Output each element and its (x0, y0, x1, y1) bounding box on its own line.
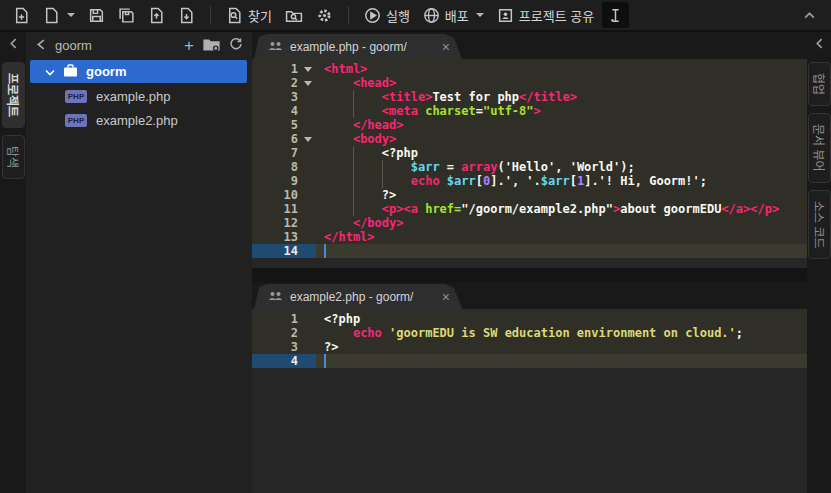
code-line[interactable]: 8 $arr = array('Hello', 'World'); (252, 160, 807, 174)
editor1-empty-area[interactable] (252, 258, 807, 268)
code-line[interactable]: 13</html> (252, 230, 807, 244)
file-download-button[interactable] (173, 2, 200, 28)
right-tab-collaboration[interactable]: 협업 (808, 62, 831, 106)
code-line[interactable]: 5 </head> (252, 118, 807, 132)
sidebar-tab-explore[interactable]: 탐색 (2, 135, 25, 179)
text-cursor (324, 354, 326, 368)
toolbar-separator (210, 6, 211, 24)
close-icon[interactable]: × (442, 291, 450, 303)
editor2-empty-area[interactable] (252, 368, 807, 493)
editor1-code: 1<html>2 <head>3 <title>Test for php</ti… (252, 59, 807, 258)
indent-guide (353, 160, 354, 174)
line-number[interactable]: 1 (252, 62, 316, 76)
code-line[interactable]: 2 echo 'goormEDU is SW education environ… (252, 326, 807, 340)
file-upload-button[interactable] (143, 2, 170, 28)
line-number[interactable]: 2 (252, 76, 316, 90)
editor-split-divider[interactable] (252, 268, 807, 282)
code-line[interactable]: 3?> (252, 340, 807, 354)
gear-icon (316, 7, 333, 24)
code-line[interactable]: 3 <title>Test for php</title> (252, 90, 807, 104)
settings-button[interactable] (311, 2, 338, 28)
line-number[interactable]: 3 (252, 90, 316, 104)
line-number[interactable]: 11 (252, 202, 316, 216)
line-number[interactable]: 2 (252, 326, 316, 340)
code-line[interactable]: 12 </body> (252, 216, 807, 230)
editor-pane-2: example2.php - goorm/ × 1<?php2 echo 'go… (252, 282, 807, 493)
refresh-icon[interactable] (229, 37, 243, 55)
line-number[interactable]: 6 (252, 132, 316, 146)
text-cursor-button[interactable] (602, 2, 629, 28)
code-line[interactable]: 1<html> (252, 62, 807, 76)
save-all-button[interactable] (113, 2, 140, 28)
folder-search-icon (285, 7, 303, 24)
line-number[interactable]: 4 (252, 354, 316, 368)
editor-area: example.php - goorm/ × 1<html>2 <head>3 … (252, 32, 807, 493)
search-in-files-button[interactable] (280, 2, 308, 28)
code-line[interactable]: 11 <p><a href="/goorm/example2.php">abou… (252, 202, 807, 216)
tree-item-label: example.php (96, 89, 170, 104)
line-number[interactable]: 4 (252, 104, 316, 118)
line-number[interactable]: 10 (252, 188, 316, 202)
editor2-tab[interactable]: example2.php - goorm/ × (254, 284, 462, 309)
code-line[interactable]: 4 (252, 354, 807, 368)
indent-guide (353, 188, 354, 202)
editor-pane-1: example.php - goorm/ × 1<html>2 <head>3 … (252, 32, 807, 268)
line-number[interactable]: 13 (252, 230, 316, 244)
right-tab-doc-viewer[interactable]: 문서 뷰어 (808, 113, 831, 183)
fold-arrow-icon[interactable] (304, 81, 312, 86)
run-icon (364, 7, 381, 24)
line-number[interactable]: 8 (252, 160, 316, 174)
indent-guide (353, 104, 354, 118)
globe-icon (423, 7, 440, 24)
tree-item-label: goorm (86, 64, 126, 79)
fold-arrow-icon[interactable] (304, 137, 312, 142)
line-number[interactable]: 14 (252, 244, 316, 258)
file-download-icon (178, 7, 195, 24)
right-tab-source-code[interactable]: 소스 코드 (808, 190, 831, 260)
briefcase-icon (63, 64, 78, 80)
open-file-button[interactable] (38, 2, 80, 28)
deploy-button[interactable]: 배포 (418, 2, 489, 28)
run-button[interactable]: 실행 (359, 2, 415, 28)
code-line[interactable]: 9 echo $arr[0].', '.$arr[1].'! Hi, Goorm… (252, 174, 807, 188)
code-line[interactable]: 10 ?> (252, 188, 807, 202)
new-folder-button[interactable] (203, 37, 220, 55)
line-number[interactable]: 1 (252, 312, 316, 326)
expand-right-panel-button[interactable] (809, 35, 829, 55)
code-line[interactable]: 6 <body> (252, 132, 807, 146)
new-file-tree-button[interactable]: + (184, 39, 194, 53)
code-line[interactable]: 14 (252, 244, 807, 258)
code-line[interactable]: 7 <?php (252, 146, 807, 160)
find-icon (226, 7, 243, 24)
collapse-toolbar-button[interactable] (796, 2, 823, 28)
line-number[interactable]: 7 (252, 146, 316, 160)
sidebar-tab-project[interactable]: 프로젝트 (2, 62, 25, 128)
collapse-sidebar-button[interactable] (3, 35, 23, 55)
find-button[interactable]: 찾기 (221, 2, 277, 28)
line-number[interactable]: 12 (252, 216, 316, 230)
deploy-label: 배포 (445, 6, 469, 25)
chevron-down-icon[interactable] (45, 64, 55, 79)
tree-item-file[interactable]: PHP example.php (26, 84, 252, 108)
line-number[interactable]: 5 (252, 118, 316, 132)
chevron-down-icon (476, 13, 484, 17)
tree-item-root-goorm[interactable]: goorm (30, 60, 247, 83)
line-number[interactable]: 3 (252, 340, 316, 354)
fold-arrow-icon[interactable] (304, 67, 312, 72)
code-line[interactable]: 2 <head> (252, 76, 807, 90)
indent-guide (382, 160, 383, 174)
save-icon (88, 7, 105, 24)
save-all-icon (118, 7, 135, 24)
code-line[interactable]: 1<?php (252, 312, 807, 326)
share-project-button[interactable]: 프로젝트 공유 (492, 2, 599, 28)
editor1-tab[interactable]: example.php - goorm/ × (254, 34, 462, 59)
line-number[interactable]: 9 (252, 174, 316, 188)
save-button[interactable] (83, 2, 110, 28)
run-label: 실행 (386, 6, 410, 25)
share-icon[interactable] (35, 37, 46, 55)
indent-guide (353, 174, 354, 188)
code-line[interactable]: 4 <meta charset="utf-8"> (252, 104, 807, 118)
new-file-button[interactable] (8, 2, 35, 28)
close-icon[interactable]: × (442, 41, 450, 53)
tree-item-file[interactable]: PHP example2.php (26, 108, 252, 132)
